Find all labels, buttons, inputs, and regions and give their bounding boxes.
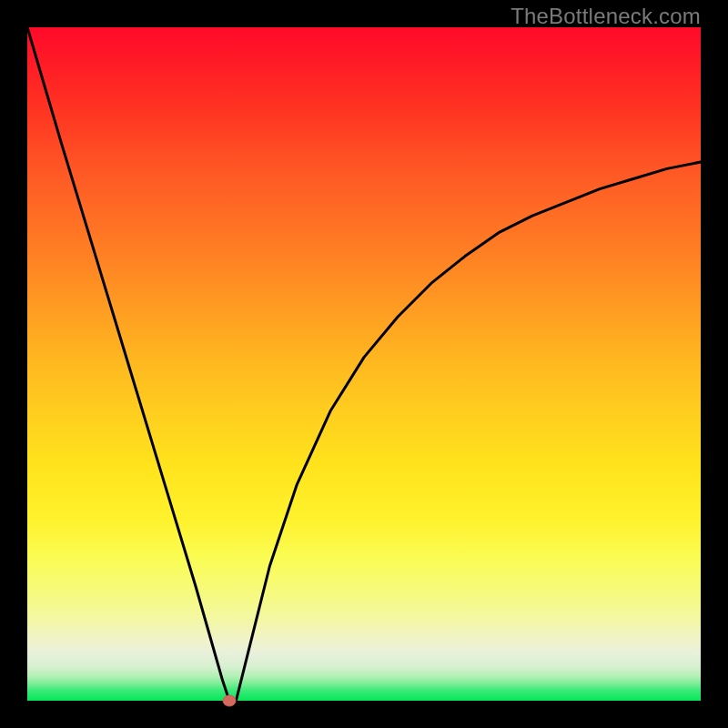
minimum-marker bbox=[223, 695, 236, 706]
chart-svg bbox=[27, 27, 701, 701]
chart-stage: TheBottleneck.com bbox=[0, 0, 728, 728]
watermark-text: TheBottleneck.com bbox=[511, 4, 701, 29]
bottleneck-curve bbox=[27, 27, 701, 701]
